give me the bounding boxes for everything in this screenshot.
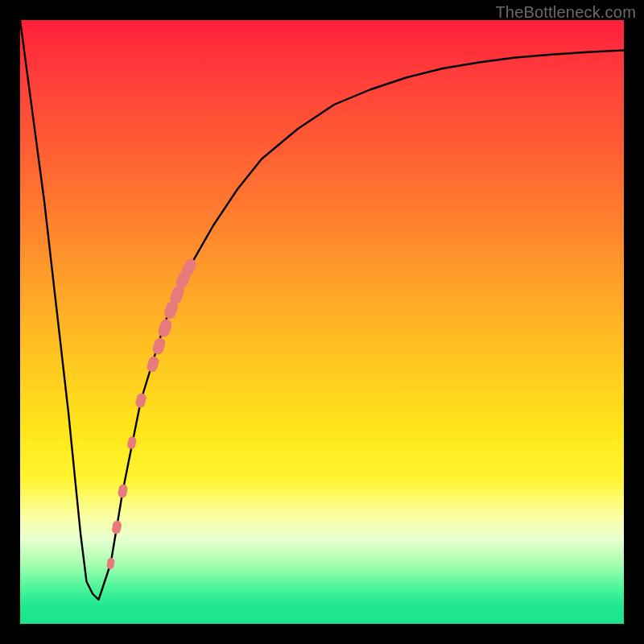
- curve-marker: [151, 336, 167, 356]
- curve-marker: [157, 318, 174, 339]
- chart-frame: TheBottleneck.com: [0, 0, 644, 644]
- watermark-text: TheBottleneck.com: [495, 3, 636, 22]
- curve-marker: [118, 484, 129, 498]
- curve-marker: [126, 436, 137, 449]
- curve-marker: [111, 520, 122, 535]
- curve-markers: [106, 257, 199, 569]
- bottleneck-curve: [20, 20, 624, 600]
- curve-marker: [146, 355, 160, 374]
- chart-overlay: [20, 20, 624, 624]
- curve-marker: [134, 392, 147, 409]
- curve-marker: [106, 557, 115, 569]
